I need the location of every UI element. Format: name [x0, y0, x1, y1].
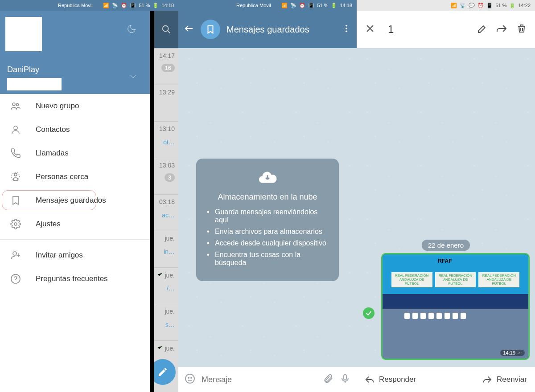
- svg-point-8: [13, 252, 16, 255]
- menu-label: Invitar amigos: [36, 251, 83, 260]
- message-input[interactable]: [202, 375, 317, 384]
- menu-label: Nuevo grupo: [36, 102, 79, 110]
- message-input-bar: [178, 367, 357, 392]
- message-timestamp: 14:19: [500, 350, 525, 356]
- avatar[interactable]: [5, 17, 42, 51]
- attach-icon[interactable]: [323, 373, 333, 386]
- back-button[interactable]: [184, 23, 194, 36]
- menu-invite[interactable]: Invitar amigos: [0, 243, 150, 267]
- date-pill: 22 de enero: [422, 240, 470, 251]
- call-icon: [10, 148, 21, 159]
- menu-label: Preguntas frecuentes: [36, 274, 108, 283]
- vibrate-icon: 📳: [130, 3, 136, 8]
- menu-faq[interactable]: Preguntas frecuentes: [0, 267, 150, 290]
- nearby-icon: [10, 172, 21, 182]
- selection-count: 1: [388, 23, 468, 36]
- status-time: 14:22: [518, 3, 531, 8]
- menu-contacts[interactable]: Contactos: [0, 118, 150, 141]
- menu-label: Mensajes guardados: [36, 196, 106, 205]
- mic-icon[interactable]: [340, 373, 350, 386]
- battery-text: 51 %: [139, 3, 150, 8]
- battery-icon: 🔋: [331, 3, 337, 8]
- faq-icon: [10, 274, 21, 284]
- forward-label: Reenviar: [497, 375, 527, 384]
- chat-row[interactable]: 13:29: [154, 85, 178, 121]
- menu-saved-messages[interactable]: Mensajes guardados: [0, 188, 150, 212]
- cloud-info-card: Almacenamiento en la nube Guarda mensaje…: [196, 159, 339, 281]
- chevron-down-icon[interactable]: [128, 72, 138, 83]
- vibrate-icon: 📳: [486, 3, 493, 8]
- svg-point-4: [14, 126, 17, 130]
- wifi-icon: 📡: [290, 3, 296, 8]
- svg-point-7: [14, 223, 17, 225]
- invite-icon: [10, 250, 21, 261]
- alarm-icon: ⏰: [299, 3, 305, 8]
- status-bar: Republica Movil 📶 📡 ⏰ 📳 51 % 🔋 14:18: [178, 0, 357, 11]
- forward-arrow-button[interactable]: [497, 23, 507, 36]
- night-mode-icon[interactable]: [127, 24, 136, 36]
- chat-header: Mensajes guardados: [178, 11, 357, 48]
- bookmark-icon: [10, 195, 21, 206]
- svg-point-18: [188, 377, 189, 378]
- forward-button[interactable]: Reenviar: [482, 375, 527, 384]
- menu-label: Llamadas: [36, 149, 69, 158]
- chat-row[interactable]: jue.s…: [154, 304, 178, 340]
- signal-icon: 📶: [103, 3, 109, 8]
- reply-button[interactable]: Responder: [365, 375, 416, 384]
- chat-row[interactable]: 13:10ot…: [154, 121, 178, 158]
- menu-separator: [0, 239, 150, 240]
- chat-row[interactable]: jue./…: [154, 267, 178, 304]
- svg-rect-20: [344, 375, 346, 380]
- selection-header: 1: [357, 11, 535, 48]
- saved-messages-avatar[interactable]: [201, 20, 220, 39]
- svg-point-11: [11, 274, 20, 283]
- search-icon-bar[interactable]: [154, 11, 178, 48]
- svg-point-2: [12, 103, 15, 106]
- battery-icon: 🔋: [509, 3, 515, 8]
- read-checks-icon: [517, 350, 522, 355]
- drawer-header: DaniPlay: [0, 11, 150, 94]
- svg-point-15: [346, 28, 347, 29]
- cloud-tip: Guarda mensajes reenviándolos aquí: [207, 208, 328, 224]
- reply-label: Responder: [379, 375, 416, 384]
- cloud-download-icon: [207, 167, 328, 188]
- menu-nearby[interactable]: Personas cerca: [0, 165, 150, 188]
- alarm-icon: ⏰: [121, 3, 127, 8]
- close-selection-button[interactable]: [365, 23, 375, 36]
- svg-point-5: [14, 173, 17, 176]
- message-photo-selected[interactable]: RFAF REAL FEDERACIÓN ANDALUZA DE FÚTBOL …: [381, 253, 530, 360]
- chat-row[interactable]: 03:18ac…: [154, 194, 178, 231]
- signal-icon: 📶: [451, 3, 457, 8]
- carrier-label: Republica Movil: [236, 3, 271, 8]
- battery-text: 51 %: [317, 3, 328, 8]
- svg-point-16: [346, 31, 347, 33]
- contact-icon: [10, 124, 21, 135]
- menu-calls[interactable]: Llamadas: [0, 141, 150, 165]
- account-phone-redacted: [7, 78, 62, 90]
- chat-row[interactable]: 13:033: [154, 158, 178, 194]
- selection-check-icon: [363, 307, 374, 319]
- svg-point-0: [163, 26, 169, 32]
- svg-point-3: [16, 103, 19, 106]
- menu-settings[interactable]: Ajustes: [0, 212, 150, 236]
- battery-text: 51 %: [495, 3, 506, 8]
- group-icon: [10, 101, 21, 111]
- signal-icon: 📶: [281, 3, 288, 8]
- whatsapp-icon: 💬: [469, 3, 475, 8]
- carrier-label: Republica Movil: [58, 3, 93, 8]
- chat-row[interactable]: 14:1716: [154, 48, 178, 85]
- chat-row[interactable]: jue.in…: [154, 231, 178, 267]
- emoji-icon[interactable]: [185, 373, 195, 386]
- menu-new-group[interactable]: Nuevo grupo: [0, 94, 150, 118]
- status-bar: 📶 📡 💬 ⏰ 📳 51 % 🔋 14:22: [357, 0, 535, 11]
- cloud-tip: Envía archivos para almacenarlos: [207, 228, 328, 236]
- svg-point-14: [346, 25, 347, 27]
- more-menu-button[interactable]: [342, 24, 351, 35]
- menu-label: Contactos: [36, 125, 70, 134]
- menu-label: Ajustes: [36, 220, 61, 229]
- account-name: DaniPlay: [7, 65, 39, 74]
- edit-button[interactable]: [477, 23, 488, 36]
- drawer-menu: Nuevo grupo Contactos Llamadas Personas …: [0, 94, 150, 392]
- delete-button[interactable]: [516, 23, 527, 36]
- menu-label: Personas cerca: [36, 172, 88, 181]
